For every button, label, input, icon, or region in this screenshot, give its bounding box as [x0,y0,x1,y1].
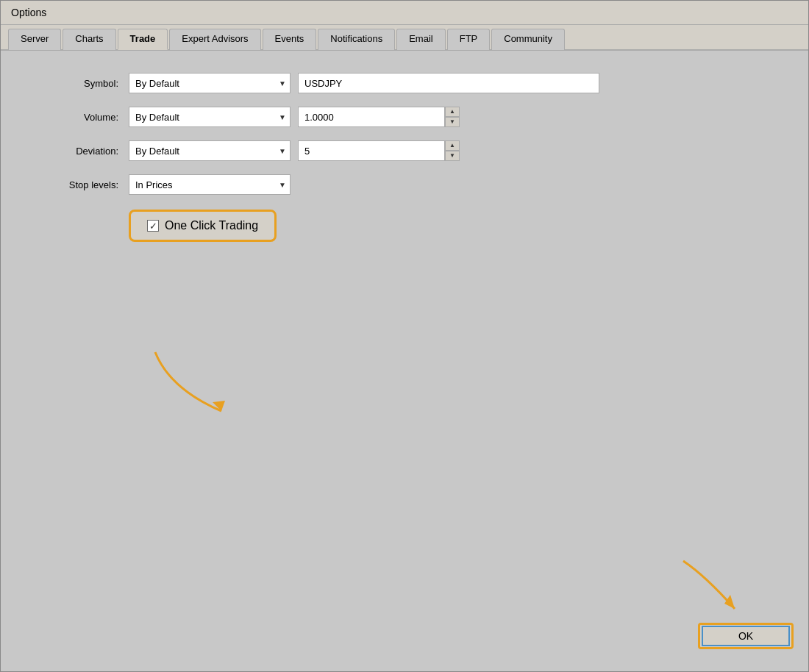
volume-select[interactable]: By Default Custom Manual [129,107,291,127]
symbol-label: Symbol: [30,78,118,89]
tab-server[interactable]: Server [8,29,61,50]
deviation-text-input[interactable] [298,140,445,161]
one-click-trading-checkbox-container[interactable]: ✓ One Click Trading [129,210,277,242]
volume-row: Volume: By Default Custom Manual ▼ ▲ ▼ [30,107,779,127]
volume-text-input[interactable] [298,107,445,127]
stop-levels-label: Stop levels: [30,179,118,190]
one-click-row: ✓ One Click Trading [129,210,779,242]
one-click-label: One Click Trading [165,219,258,232]
trade-tab-content: Symbol: By Default Custom Manual ▼ Volum… [1,51,808,671]
tab-charts[interactable]: Charts [63,29,115,50]
deviation-spinner-group: ▲ ▼ [298,140,460,161]
svg-marker-1 [724,595,735,609]
deviation-select[interactable]: By Default Custom Manual [129,140,291,161]
arrow-ok-annotation [676,554,749,620]
one-click-checkbox-icon[interactable]: ✓ [147,220,159,232]
volume-spinners: ▲ ▼ [445,107,460,127]
ok-label: OK [738,630,753,642]
tab-community[interactable]: Community [491,29,565,50]
volume-spin-up[interactable]: ▲ [445,107,460,117]
stop-levels-select-wrapper: In Prices In Points ▼ [129,174,291,195]
arrow-one-click-annotation [148,345,243,418]
tab-notifications[interactable]: Notifications [318,29,395,50]
stop-levels-row: Stop levels: In Prices In Points ▼ [30,174,779,195]
tab-events[interactable]: Events [263,29,317,50]
options-window: Options Server Charts Trade Expert Advis… [0,0,809,672]
window-title: Options [11,7,46,18]
title-bar: Options [1,1,808,25]
symbol-text-input[interactable] [298,73,599,93]
deviation-spin-up[interactable]: ▲ [445,140,460,151]
symbol-row: Symbol: By Default Custom Manual ▼ [30,73,779,93]
tab-expert-advisors[interactable]: Expert Advisors [169,29,260,50]
tab-email[interactable]: Email [396,29,446,50]
volume-label: Volume: [30,112,118,123]
symbol-select[interactable]: By Default Custom Manual [129,73,291,93]
stop-levels-select[interactable]: In Prices In Points [129,174,291,195]
deviation-label: Deviation: [30,146,118,157]
ok-button[interactable]: OK [698,623,794,649]
deviation-row: Deviation: By Default Custom Manual ▼ ▲ … [30,140,779,161]
volume-spinner-group: ▲ ▼ [298,107,460,127]
volume-spin-down[interactable]: ▼ [445,117,460,127]
ok-button-area: OK [698,623,794,649]
svg-marker-0 [213,401,225,411]
tab-trade[interactable]: Trade [118,29,168,50]
deviation-spin-down[interactable]: ▼ [445,151,460,161]
deviation-select-wrapper: By Default Custom Manual ▼ [129,140,291,161]
volume-select-wrapper: By Default Custom Manual ▼ [129,107,291,127]
deviation-spinners: ▲ ▼ [445,140,460,161]
symbol-select-wrapper: By Default Custom Manual ▼ [129,73,291,93]
ok-button-inner: OK [702,626,790,646]
tab-bar: Server Charts Trade Expert Advisors Even… [1,25,808,51]
tab-ftp[interactable]: FTP [447,29,491,50]
